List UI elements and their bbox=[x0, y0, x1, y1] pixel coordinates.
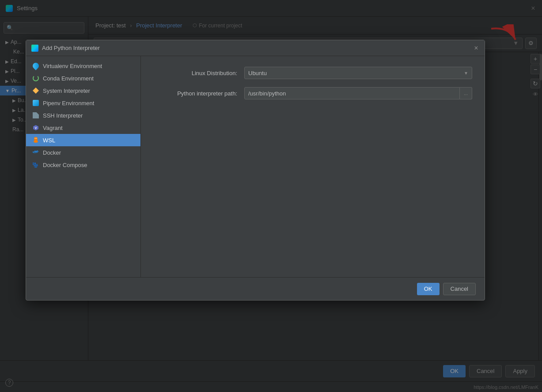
python-path-label: Python interpreter path: bbox=[153, 90, 237, 97]
conda-icon bbox=[32, 75, 39, 82]
linux-dist-label: Linux Distribution: bbox=[153, 70, 237, 76]
modal-title: Add Python Interpreter bbox=[42, 45, 100, 51]
system-interpreter-icon bbox=[32, 87, 39, 94]
modal-body: Virtualenv Environment Conda Environment… bbox=[26, 56, 485, 277]
linux-distribution-row: Linux Distribution: Ubuntu ▼ bbox=[153, 67, 472, 79]
sidebar-item-vagrant[interactable]: V Vagrant bbox=[26, 122, 140, 134]
docker-icon bbox=[32, 149, 39, 156]
svg-rect-13 bbox=[36, 151, 38, 152]
svg-point-7 bbox=[35, 138, 35, 139]
modal-sidebar: Virtualenv Environment Conda Environment… bbox=[26, 56, 141, 277]
modal-overlay: Add Python Interpreter × Virtualenv Envi… bbox=[0, 0, 542, 392]
svg-rect-11 bbox=[36, 152, 38, 152]
svg-point-8 bbox=[36, 138, 37, 139]
virtualenv-icon bbox=[32, 62, 39, 69]
modal-bottom-bar: OK Cancel bbox=[26, 277, 485, 300]
linux-dist-value: Ubuntu bbox=[248, 70, 464, 76]
svg-rect-16 bbox=[33, 164, 34, 165]
sidebar-item-docker-compose[interactable]: Docker Compose bbox=[26, 159, 140, 171]
svg-rect-14 bbox=[33, 163, 34, 164]
svg-rect-21 bbox=[34, 167, 37, 167]
python-path-input[interactable]: /usr/bin/python bbox=[244, 87, 460, 99]
svg-rect-20 bbox=[34, 165, 38, 166]
python-path-input-group: /usr/bin/python ... bbox=[244, 87, 472, 99]
sidebar-item-system[interactable]: System Interpreter bbox=[26, 84, 140, 97]
svg-rect-10 bbox=[34, 152, 36, 152]
sidebar-item-conda[interactable]: Conda Environment bbox=[26, 72, 140, 84]
settings-window: Settings × 🔍 ▶ Ap... bbox=[0, 0, 542, 392]
svg-rect-18 bbox=[36, 164, 38, 165]
sidebar-item-pipenv[interactable]: Pipenv Environment bbox=[26, 97, 140, 109]
pipenv-icon bbox=[32, 99, 39, 107]
svg-rect-19 bbox=[34, 163, 36, 164]
sidebar-item-virtualenv[interactable]: Virtualenv Environment bbox=[26, 60, 140, 72]
svg-rect-9 bbox=[33, 152, 34, 152]
modal-close-button[interactable]: × bbox=[472, 44, 480, 52]
wsl-icon bbox=[32, 137, 39, 144]
modal-right-panel: Linux Distribution: Ubuntu ▼ Python inte… bbox=[141, 56, 485, 277]
sidebar-item-ssh[interactable]: SSH Interpreter bbox=[26, 109, 140, 122]
add-python-interpreter-dialog: Add Python Interpreter × Virtualenv Envi… bbox=[26, 40, 485, 301]
python-path-row: Python interpreter path: /usr/bin/python… bbox=[153, 87, 472, 99]
vagrant-icon: V bbox=[32, 124, 39, 131]
svg-rect-12 bbox=[34, 151, 36, 152]
svg-rect-17 bbox=[34, 164, 36, 165]
modal-title-bar: Add Python Interpreter × bbox=[26, 40, 485, 56]
svg-point-3 bbox=[34, 137, 38, 141]
modal-pycharm-icon bbox=[31, 45, 38, 52]
docker-compose-icon bbox=[32, 161, 39, 168]
sidebar-item-wsl[interactable]: WSL bbox=[26, 134, 140, 146]
browse-button[interactable]: ... bbox=[460, 87, 472, 99]
sidebar-item-docker[interactable]: Docker bbox=[26, 146, 140, 159]
modal-cancel-button[interactable]: Cancel bbox=[443, 283, 476, 295]
svg-point-4 bbox=[34, 140, 38, 143]
dropdown-arrow-icon: ▼ bbox=[464, 71, 468, 76]
svg-text:V: V bbox=[35, 126, 37, 129]
linux-dist-dropdown[interactable]: Ubuntu ▼ bbox=[244, 67, 472, 79]
ssh-icon bbox=[32, 112, 39, 119]
modal-ok-button[interactable]: OK bbox=[417, 283, 440, 295]
